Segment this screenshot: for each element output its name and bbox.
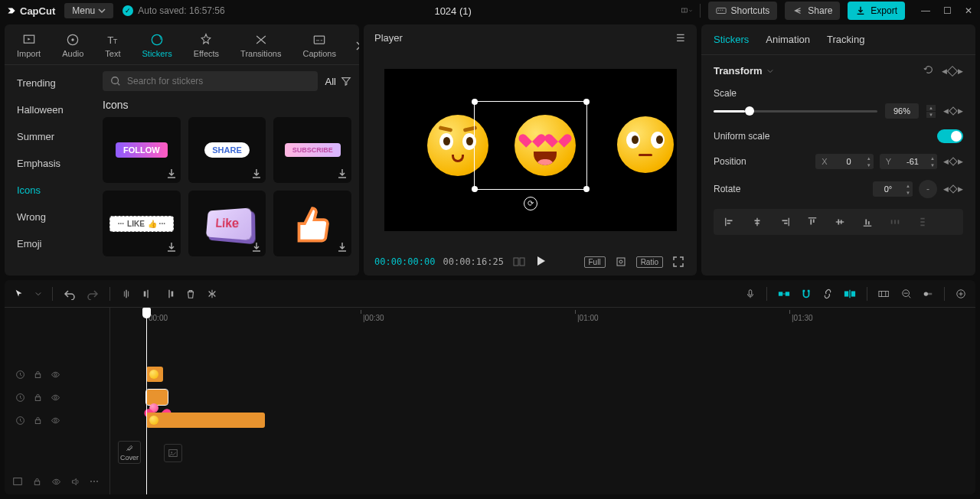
sticker-follow[interactable]: FOLLOW: [103, 117, 181, 183]
scale-value[interactable]: 96%: [885, 103, 919, 119]
maximize-icon[interactable]: ☐: [942, 5, 952, 16]
tab-audio[interactable]: Audio: [57, 29, 88, 64]
ratio-button[interactable]: Ratio: [636, 256, 663, 268]
lock-icon[interactable]: [33, 393, 43, 403]
keyframe-nav[interactable]: ◀▶: [943, 158, 963, 165]
sticker-share[interactable]: SHARE: [188, 117, 266, 183]
clip-emoji-1[interactable]: [146, 367, 163, 382]
play-button[interactable]: [534, 255, 547, 269]
eye-icon[interactable]: [51, 477, 61, 487]
split-tool[interactable]: [121, 289, 132, 299]
add-track[interactable]: [956, 289, 966, 299]
download-icon[interactable]: [165, 241, 178, 253]
search-input[interactable]: [103, 71, 318, 91]
magnet-tool[interactable]: [801, 289, 812, 299]
add-cover-slot[interactable]: [164, 444, 182, 462]
zoom-slider[interactable]: [923, 289, 933, 299]
trim-right-tool[interactable]: [164, 289, 175, 299]
align-center-h[interactable]: [746, 214, 769, 230]
redo-button[interactable]: [87, 288, 99, 300]
cat-icons[interactable]: Icons: [9, 178, 90, 202]
pointer-tool[interactable]: [14, 289, 24, 299]
rotate-dial[interactable]: -: [919, 180, 937, 198]
close-icon[interactable]: ✕: [963, 5, 974, 16]
pos-y-input[interactable]: Y-61▲▼: [880, 154, 937, 169]
clock-icon[interactable]: [15, 370, 25, 380]
track-1[interactable]: [110, 363, 975, 386]
compare-icon[interactable]: [511, 254, 527, 269]
cat-halloween[interactable]: Halloween: [9, 98, 90, 122]
cat-wrong[interactable]: Wrong: [9, 205, 90, 229]
volume-icon[interactable]: [70, 477, 80, 487]
undo-button[interactable]: [64, 288, 76, 300]
filter-all[interactable]: All: [325, 76, 351, 87]
lock-icon[interactable]: [32, 477, 42, 487]
pointer-dropdown[interactable]: [35, 291, 41, 297]
emoji-worried[interactable]: [427, 115, 488, 176]
uniform-scale-toggle[interactable]: [937, 129, 963, 143]
download-icon[interactable]: [250, 241, 263, 253]
share-button[interactable]: Share: [785, 2, 840, 20]
tab-import[interactable]: Import: [12, 29, 45, 64]
lock-icon[interactable]: [33, 416, 43, 426]
cat-emoji[interactable]: Emoji: [9, 232, 90, 256]
player-canvas[interactable]: ⟳: [364, 51, 697, 248]
fullscreen-icon[interactable]: [671, 254, 686, 269]
rotate-handle[interactable]: ⟳: [524, 197, 537, 210]
pos-x-input[interactable]: X0▲▼: [815, 154, 873, 169]
clock-icon[interactable]: [15, 393, 25, 403]
eye-icon[interactable]: [51, 416, 60, 426]
player-menu-icon[interactable]: ☰: [675, 33, 686, 44]
eye-icon[interactable]: [51, 370, 60, 380]
tab-transitions[interactable]: Transitions: [236, 29, 286, 64]
sticker-like[interactable]: ··· LIKE 👍 ···: [103, 191, 181, 256]
full-button[interactable]: Full: [584, 256, 606, 268]
eye-icon[interactable]: [51, 393, 60, 403]
sticker-thumbs[interactable]: [273, 191, 351, 256]
chevron-down-icon[interactable]: [767, 68, 773, 74]
align-top[interactable]: [801, 214, 824, 230]
keyframe-nav[interactable]: ◀▶: [942, 64, 963, 77]
shortcuts-button[interactable]: Shortcuts: [708, 2, 778, 20]
more-tabs-icon[interactable]: [353, 40, 359, 54]
preview-tool[interactable]: [844, 289, 856, 299]
link-tool[interactable]: [822, 289, 833, 299]
export-button[interactable]: Export: [848, 2, 905, 20]
cat-emphasis[interactable]: Emphasis: [9, 152, 90, 175]
tab-animation[interactable]: Animation: [766, 34, 810, 45]
emoji-heart-eyes[interactable]: [514, 115, 576, 176]
tab-stickers[interactable]: Stickers: [138, 29, 177, 64]
zoom-out[interactable]: [901, 289, 912, 299]
minimize-icon[interactable]: —: [920, 5, 931, 16]
keyframe-nav[interactable]: ◀▶: [943, 185, 963, 193]
clip-emoji-3[interactable]: [146, 413, 265, 428]
cat-summer[interactable]: Summer: [9, 125, 90, 148]
timeline-ruler[interactable]: 00:00 |00:30 |01:00 |01:30: [110, 308, 975, 325]
keyframe-nav[interactable]: ◀▶: [943, 107, 963, 115]
align-bottom[interactable]: [856, 214, 879, 230]
download-icon[interactable]: [336, 241, 348, 253]
playhead[interactable]: [146, 308, 147, 494]
snap-tool[interactable]: [778, 289, 790, 299]
align-center-v[interactable]: [828, 214, 851, 230]
tab-stickers-props[interactable]: Stickers: [714, 34, 749, 45]
clip-emoji-2[interactable]: [146, 390, 168, 405]
align-left[interactable]: [718, 214, 741, 230]
cat-trending[interactable]: Trending: [9, 71, 90, 95]
timeline-tracks[interactable]: 00:00 |00:30 |01:00 |01:30 Cover: [110, 308, 975, 494]
download-icon[interactable]: [250, 168, 263, 180]
clip-view[interactable]: [878, 289, 890, 299]
tab-effects[interactable]: Effects: [189, 29, 224, 64]
tab-tracking[interactable]: Tracking: [827, 34, 864, 45]
sticker-subscribe[interactable]: SUBSCRIBE: [273, 117, 351, 183]
more-icon[interactable]: ⋯: [90, 476, 99, 487]
sticker-like-3d[interactable]: Like: [188, 191, 266, 256]
menu-button[interactable]: Menu: [64, 3, 113, 18]
cover-button[interactable]: Cover: [118, 441, 141, 464]
emoji-neutral[interactable]: [617, 116, 674, 173]
cover-placeholder-icon[interactable]: [12, 476, 23, 487]
tab-text[interactable]: TTText: [100, 29, 125, 64]
trim-left-tool[interactable]: [142, 289, 153, 299]
track-3[interactable]: [110, 409, 975, 432]
reset-icon[interactable]: [923, 64, 934, 77]
